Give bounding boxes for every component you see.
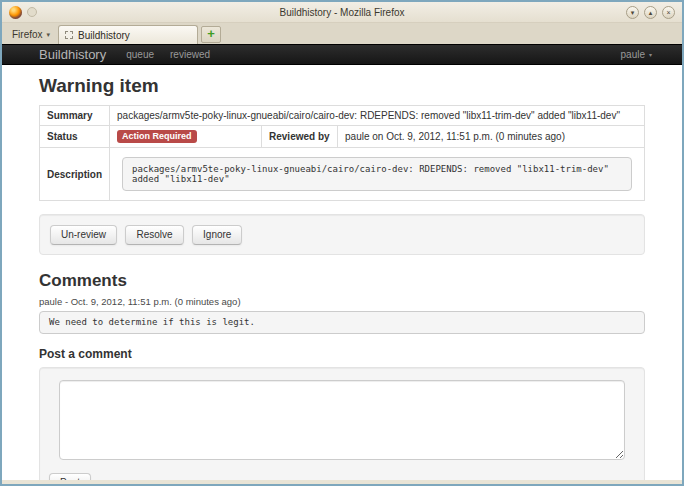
post-comment-form: Post xyxy=(39,367,645,480)
minimize-icon[interactable]: ▾ xyxy=(626,6,639,19)
maximize-icon[interactable]: ▴ xyxy=(644,6,657,19)
page-title: Warning item xyxy=(39,75,645,97)
chevron-down-icon: ▾ xyxy=(47,31,51,39)
reviewed-by-value: paule on Oct. 9, 2012, 11:51 p.m. (0 min… xyxy=(338,126,645,148)
user-dropdown[interactable]: paule ▾ xyxy=(621,49,652,60)
page-content: Warning item Summary packages/armv5te-po… xyxy=(2,65,682,480)
description-code-block: packages/armv5te-poky-linux-gnueabi/cair… xyxy=(122,157,632,191)
window-bottom-frame xyxy=(2,480,682,484)
un-review-button[interactable]: Un-review xyxy=(50,225,117,245)
post-button[interactable]: Post xyxy=(49,473,91,480)
throbber-icon xyxy=(27,7,37,17)
close-icon[interactable]: × xyxy=(662,6,675,19)
actions-well: Un-review Resolve Ignore xyxy=(39,214,645,255)
summary-value: packages/armv5te-poky-linux-gnueabi/cair… xyxy=(110,106,645,126)
favicon-placeholder-icon xyxy=(65,31,73,39)
status-label: Status xyxy=(40,126,110,148)
comment-text-block: We need to determine if this is legit. xyxy=(39,311,645,334)
nav-link-reviewed[interactable]: reviewed xyxy=(170,49,210,60)
window-titlebar: Buildhistory - Mozilla Firefox ▾ ▴ × xyxy=(2,2,682,23)
status-cell: Action Required xyxy=(110,126,262,148)
firefox-menu-button[interactable]: Firefox ▾ xyxy=(8,26,58,44)
tab-title: Buildhistory xyxy=(78,30,130,41)
firefox-menu-label: Firefox xyxy=(12,29,43,40)
firefox-logo-icon xyxy=(9,6,22,19)
description-label: Description xyxy=(40,148,110,201)
summary-label: Summary xyxy=(40,106,110,126)
table-row-description: Description packages/armv5te-poky-linux-… xyxy=(40,148,645,201)
table-row-summary: Summary packages/armv5te-poky-linux-gnue… xyxy=(40,106,645,126)
user-name: paule xyxy=(621,49,645,60)
window-controls: ▾ ▴ × xyxy=(626,6,675,19)
comment-input[interactable] xyxy=(59,380,625,460)
comment-meta: paule - Oct. 9, 2012, 11:51 p.m. (0 minu… xyxy=(39,296,645,307)
nav-link-queue[interactable]: queue xyxy=(126,49,154,60)
window-title: Buildhistory - Mozilla Firefox xyxy=(2,7,682,18)
status-badge: Action Required xyxy=(117,130,197,143)
browser-window: Buildhistory - Mozilla Firefox ▾ ▴ × Fir… xyxy=(0,0,684,486)
table-row-status: Status Action Required Reviewed by paule… xyxy=(40,126,645,148)
app-navbar: Buildhistory queue reviewed paule ▾ xyxy=(2,44,682,65)
tab-buildhistory[interactable]: Buildhistory xyxy=(58,25,198,44)
caret-down-icon: ▾ xyxy=(649,51,652,58)
navbar-brand[interactable]: Buildhistory xyxy=(39,47,106,62)
description-cell: packages/armv5te-poky-linux-gnueabi/cair… xyxy=(110,148,645,201)
new-tab-button[interactable]: + xyxy=(201,26,221,43)
ignore-button[interactable]: Ignore xyxy=(192,225,242,245)
reviewed-by-label: Reviewed by xyxy=(262,126,338,148)
tab-bar: Firefox ▾ Buildhistory + xyxy=(2,23,682,44)
resolve-button[interactable]: Resolve xyxy=(125,225,183,245)
warning-details-table: Summary packages/armv5te-poky-linux-gnue… xyxy=(39,105,645,201)
post-button-row: Post xyxy=(49,472,625,480)
comments-heading: Comments xyxy=(39,271,645,291)
post-comment-heading: Post a comment xyxy=(39,347,645,361)
